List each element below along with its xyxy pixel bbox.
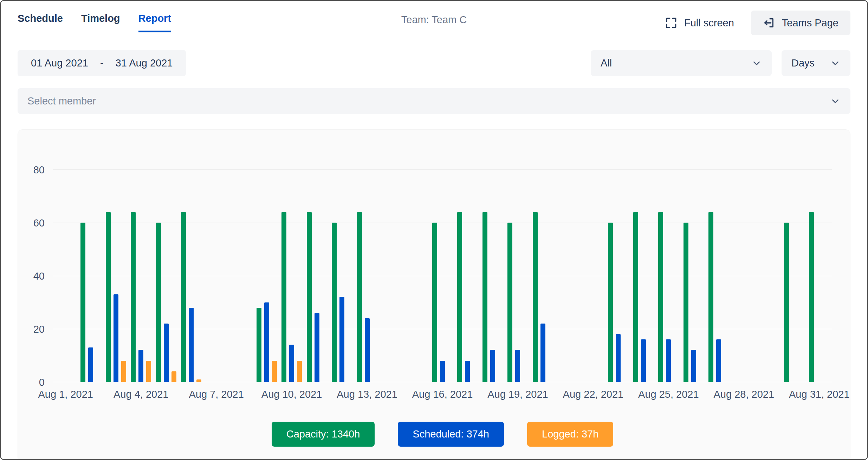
bar-logged-aug4 xyxy=(146,361,151,382)
bar-capacity-aug4 xyxy=(131,212,136,382)
legend-chip-logged[interactable]: Logged: 37h xyxy=(527,422,613,447)
date-from: 01 Aug 2021 xyxy=(31,57,88,69)
y-axis-label-40: 40 xyxy=(24,270,45,282)
fullscreen-label: Full screen xyxy=(684,17,734,29)
bar-logged-aug10 xyxy=(297,361,302,382)
bar-capacity-aug2 xyxy=(80,223,85,382)
bar-capacity-aug24 xyxy=(633,212,638,382)
bar-capacity-aug17 xyxy=(457,212,462,382)
category-filter-value: All xyxy=(601,57,612,69)
x-axis-label-aug25: Aug 25, 2021 xyxy=(638,389,699,400)
y-axis-label-80: 80 xyxy=(24,164,45,176)
granularity-select[interactable]: Days xyxy=(782,50,850,76)
bar-scheduled-aug26 xyxy=(691,350,696,382)
granularity-value: Days xyxy=(791,57,815,69)
x-axis-label-aug31: Aug 31, 2021 xyxy=(789,389,850,400)
x-axis-label-aug16: Aug 16, 2021 xyxy=(412,389,473,400)
bar-logged-aug6 xyxy=(196,379,201,382)
bar-scheduled-aug4 xyxy=(138,350,143,382)
gridline-y40 xyxy=(53,276,832,276)
bar-capacity-aug19 xyxy=(507,223,512,382)
y-axis-label-60: 60 xyxy=(24,217,45,229)
gridline-y80 xyxy=(53,170,832,170)
category-filter-select[interactable]: All xyxy=(591,50,772,76)
x-axis-label-aug1: Aug 1, 2021 xyxy=(38,389,93,400)
bar-scheduled-aug27 xyxy=(716,339,721,382)
header-actions: Full screen Teams Page xyxy=(665,11,850,35)
bar-scheduled-aug5 xyxy=(164,324,169,382)
legend-chip-scheduled[interactable]: Scheduled: 374h xyxy=(398,422,504,447)
bar-capacity-aug20 xyxy=(533,212,538,382)
tab-bar: Schedule Timelog Report xyxy=(18,13,171,32)
select-member-placeholder: Select member xyxy=(27,95,96,107)
date-separator: - xyxy=(100,57,104,69)
bar-capacity-aug27 xyxy=(708,212,713,382)
bar-scheduled-aug13 xyxy=(365,318,370,382)
gridline-y0 xyxy=(53,382,832,382)
bar-logged-aug5 xyxy=(171,371,176,382)
y-axis-label-0: 0 xyxy=(24,376,45,388)
exit-icon xyxy=(763,17,775,29)
gridline-y20 xyxy=(53,329,832,329)
bar-plot: 020406080Aug 1, 2021Aug 4, 2021Aug 7, 20… xyxy=(53,150,832,382)
bar-scheduled-aug3 xyxy=(114,294,118,382)
bar-capacity-aug31 xyxy=(809,212,814,382)
bar-capacity-aug5 xyxy=(156,223,161,382)
bar-capacity-aug9 xyxy=(257,308,261,382)
fullscreen-icon xyxy=(665,17,677,29)
bar-scheduled-aug25 xyxy=(666,339,671,382)
team-title: Team: Team C xyxy=(401,14,467,26)
teams-page-button[interactable]: Teams Page xyxy=(751,11,850,35)
chevron-down-icon xyxy=(751,58,762,69)
member-row: Select member xyxy=(1,88,867,114)
tab-report[interactable]: Report xyxy=(138,13,171,32)
date-range-picker[interactable]: 01 Aug 2021 - 31 Aug 2021 xyxy=(18,50,186,76)
x-axis-label-aug4: Aug 4, 2021 xyxy=(114,389,168,400)
x-axis-label-aug13: Aug 13, 2021 xyxy=(337,389,397,400)
x-axis-label-aug28: Aug 28, 2021 xyxy=(714,389,775,400)
bar-capacity-aug10 xyxy=(281,212,286,382)
bar-scheduled-aug16 xyxy=(440,361,445,382)
tab-schedule[interactable]: Schedule xyxy=(18,13,63,32)
bar-scheduled-aug19 xyxy=(515,350,520,382)
bar-capacity-aug16 xyxy=(432,223,437,382)
bar-scheduled-aug6 xyxy=(189,308,194,382)
bar-scheduled-aug20 xyxy=(540,324,545,382)
x-axis-label-aug22: Aug 22, 2021 xyxy=(563,389,624,400)
y-axis-label-20: 20 xyxy=(24,323,45,335)
date-to: 31 Aug 2021 xyxy=(116,57,173,69)
tab-timelog[interactable]: Timelog xyxy=(81,13,120,32)
bar-scheduled-aug9 xyxy=(264,302,269,382)
teams-page-label: Teams Page xyxy=(782,17,838,29)
x-axis-label-aug7: Aug 7, 2021 xyxy=(189,389,244,400)
legend-chip-capacity[interactable]: Capacity: 1340h xyxy=(272,422,375,447)
chart-legend: Capacity: 1340hScheduled: 374hLogged: 37… xyxy=(53,422,832,447)
select-member-dropdown[interactable]: Select member xyxy=(18,88,850,114)
bar-capacity-aug6 xyxy=(181,212,186,382)
bar-scheduled-aug10 xyxy=(289,345,294,382)
filter-row: 01 Aug 2021 - 31 Aug 2021 All Days xyxy=(1,50,867,76)
bar-scheduled-aug12 xyxy=(339,297,344,382)
x-axis-label-aug19: Aug 19, 2021 xyxy=(487,389,548,400)
chevron-down-icon xyxy=(830,58,841,69)
bar-scheduled-aug24 xyxy=(641,339,646,382)
bar-capacity-aug11 xyxy=(307,212,312,382)
fullscreen-button[interactable]: Full screen xyxy=(665,17,734,29)
bar-capacity-aug25 xyxy=(658,212,663,382)
bar-scheduled-aug17 xyxy=(465,361,470,382)
bar-logged-aug9 xyxy=(272,361,277,382)
bar-capacity-aug30 xyxy=(784,223,789,382)
x-axis-label-aug10: Aug 10, 2021 xyxy=(261,389,322,400)
header: Schedule Timelog Report Team: Team C Ful… xyxy=(1,1,867,35)
bar-capacity-aug13 xyxy=(357,212,362,382)
bar-capacity-aug3 xyxy=(106,212,111,382)
gridline-y60 xyxy=(53,223,832,223)
bar-scheduled-aug2 xyxy=(88,347,93,382)
bar-capacity-aug12 xyxy=(332,223,337,382)
bar-capacity-aug23 xyxy=(608,223,613,382)
bar-scheduled-aug18 xyxy=(490,350,495,382)
bar-capacity-aug26 xyxy=(684,223,688,382)
report-chart-card: 020406080Aug 1, 2021Aug 4, 2021Aug 7, 20… xyxy=(18,129,850,460)
app-window: Schedule Timelog Report Team: Team C Ful… xyxy=(0,0,868,460)
bar-scheduled-aug11 xyxy=(315,313,319,382)
